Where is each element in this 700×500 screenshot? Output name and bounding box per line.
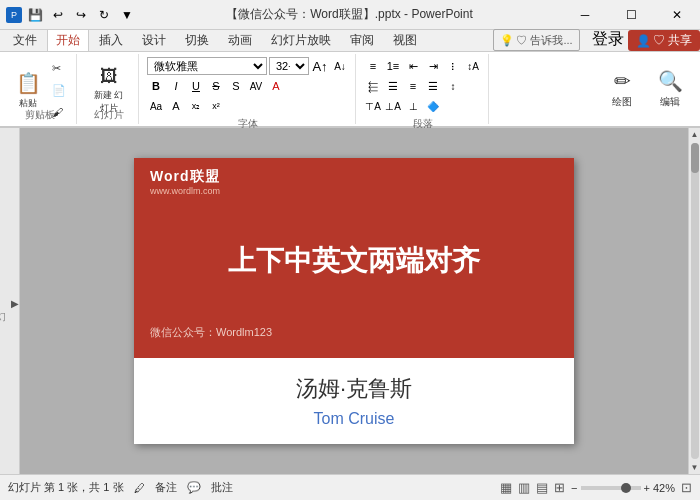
paragraph-row-3: ⊤A ⊥A ⊥ 🔷	[364, 97, 482, 115]
scroll-thumb[interactable]	[691, 143, 699, 173]
slide-name-chinese: 汤姆·克鲁斯	[150, 374, 558, 404]
normal-view-icon[interactable]: ▦	[500, 480, 512, 495]
app-body: ▶ 幻灯片 Word联盟 www.wordlm.com 上下中英文两端对齐 微信…	[0, 128, 700, 474]
minimize-button[interactable]: ─	[562, 0, 608, 30]
scroll-track[interactable]	[691, 143, 699, 459]
share-icon: 👤	[636, 34, 651, 48]
share-button[interactable]: 👤 ♡ 共享	[628, 30, 700, 51]
align-right-button[interactable]: ≡	[404, 77, 422, 95]
tab-file[interactable]: 文件	[4, 29, 46, 51]
window-title: 【微信公众号：Word联盟】.pptx - PowerPoint	[226, 6, 473, 23]
window-controls: ─ ☐ ✕	[562, 0, 700, 30]
bullets-button[interactable]: ≡	[364, 57, 382, 75]
draw-icon: ✏	[614, 69, 631, 93]
undo-button[interactable]: ↩	[48, 5, 68, 25]
status-bar: 幻灯片 第 1 张，共 1 张 🖊 备注 💬 批注 ▦ ▥ ▤ ⊞ − + 42…	[0, 474, 700, 500]
cut-button[interactable]: ✂	[48, 58, 70, 78]
align-center-button[interactable]: ☰	[384, 77, 402, 95]
smartart-button[interactable]: 🔷	[424, 97, 442, 115]
tell-me-input[interactable]: 💡 ♡ 告诉我...	[493, 29, 579, 51]
scroll-down-arrow[interactable]: ▼	[689, 461, 700, 474]
save-button[interactable]: 💾	[25, 5, 45, 25]
comment-label[interactable]: 批注	[211, 480, 233, 495]
decrease-font-button[interactable]: A↓	[331, 57, 349, 75]
copy-button[interactable]: 📄	[48, 80, 70, 100]
title-bar-left: P 💾 ↩ ↪ ↻ ▼	[0, 5, 137, 25]
font-size-select[interactable]: 32+	[269, 57, 309, 75]
zoom-in-icon[interactable]: +	[644, 482, 650, 494]
close-button[interactable]: ✕	[654, 0, 700, 30]
app-icon: P	[6, 7, 22, 23]
text-align-mid-button[interactable]: ⊥A	[384, 97, 402, 115]
line-spacing-button[interactable]: ↕	[444, 77, 462, 95]
new-slide-icon: 🖼	[100, 66, 118, 87]
customize-button[interactable]: ▼	[117, 5, 137, 25]
slide-bottom-section: 汤姆·克鲁斯 Tom Cruise	[134, 358, 574, 444]
zoom-control[interactable]: − + 42%	[571, 482, 675, 494]
text-direction-button[interactable]: ↕A	[464, 57, 482, 75]
slides-panel: ▶ 幻灯片	[0, 128, 20, 474]
reading-view-icon[interactable]: ▤	[536, 480, 548, 495]
notes-label[interactable]: 备注	[155, 480, 177, 495]
strikethrough-button[interactable]: S	[207, 77, 225, 95]
tab-design[interactable]: 设计	[133, 29, 175, 51]
vertical-scrollbar[interactable]: ▲ ▼	[688, 128, 700, 474]
tab-insert[interactable]: 插入	[90, 29, 132, 51]
repeat-button[interactable]: ↻	[94, 5, 114, 25]
clear-format-button[interactable]: Aa	[147, 97, 165, 115]
redo-button[interactable]: ↪	[71, 5, 91, 25]
fit-window-icon[interactable]: ⊡	[681, 480, 692, 495]
notes-icon: 🖊	[134, 482, 145, 494]
increase-indent-button[interactable]: ⇥	[424, 57, 442, 75]
scroll-up-arrow[interactable]: ▲	[689, 128, 700, 141]
slide-sorter-icon[interactable]: ▥	[518, 480, 530, 495]
slideshow-icon[interactable]: ⊞	[554, 480, 565, 495]
tab-transitions[interactable]: 切换	[176, 29, 218, 51]
slide-red-section: Word联盟 www.wordlm.com 上下中英文两端对齐 微信公众号：Wo…	[134, 158, 574, 358]
collapse-arrow[interactable]: ▶	[11, 296, 19, 310]
justify-button[interactable]: ☰	[424, 77, 442, 95]
draw-button[interactable]: ✏ 绘图	[600, 61, 644, 117]
login-button[interactable]: 登录	[588, 28, 628, 51]
text-shadow-button[interactable]: S	[227, 77, 245, 95]
underline-button[interactable]: U	[187, 77, 205, 95]
columns-button[interactable]: ⫶	[444, 57, 462, 75]
paragraph-row-1: ≡ 1≡ ⇤ ⇥ ⫶ ↕A	[364, 57, 482, 75]
text-align-top-button[interactable]: ⊤A	[364, 97, 382, 115]
edit-icon: 🔍	[658, 69, 683, 93]
restore-button[interactable]: ☐	[608, 0, 654, 30]
paste-icon: 📋	[16, 71, 41, 95]
font-color-2-button[interactable]: A	[167, 97, 185, 115]
decrease-indent-button[interactable]: ⇤	[404, 57, 422, 75]
zoom-out-icon[interactable]: −	[571, 482, 577, 494]
increase-font-button[interactable]: A↑	[311, 57, 329, 75]
align-left-button[interactable]: ⬱	[364, 77, 382, 95]
slide-wrapper: Word联盟 www.wordlm.com 上下中英文两端对齐 微信公众号：Wo…	[134, 158, 574, 444]
subscript-button[interactable]: x₂	[187, 97, 205, 115]
font-row-1: 微软雅黑 32+ A↑ A↓	[147, 57, 349, 75]
tab-review[interactable]: 审阅	[341, 29, 383, 51]
tab-home[interactable]: 开始	[47, 29, 89, 51]
zoom-percent-label: 42%	[653, 482, 675, 494]
slide-name-english: Tom Cruise	[150, 410, 558, 428]
italic-button[interactable]: I	[167, 77, 185, 95]
text-align-bot-button[interactable]: ⊥	[404, 97, 422, 115]
font-name-select[interactable]: 微软雅黑	[147, 57, 267, 75]
font-row-2: B I U S S AV A	[147, 77, 349, 95]
slide-logo-text: Word联盟	[150, 168, 558, 186]
paragraph-row-2: ⬱ ☰ ≡ ☰ ↕	[364, 77, 482, 95]
zoom-slider[interactable]	[581, 486, 641, 490]
status-left: 幻灯片 第 1 张，共 1 张 🖊 备注 💬 批注	[8, 480, 233, 495]
superscript-button[interactable]: x²	[207, 97, 225, 115]
slide-canvas-area[interactable]: Word联盟 www.wordlm.com 上下中英文两端对齐 微信公众号：Wo…	[20, 128, 688, 474]
clipboard-label: 剪贴板	[25, 108, 55, 122]
tab-view[interactable]: 视图	[384, 29, 426, 51]
clipboard-group: 📋 粘贴 ✂ 📄 🖌 剪贴板	[4, 54, 77, 124]
numbering-button[interactable]: 1≡	[384, 57, 402, 75]
font-color-button[interactable]: A	[267, 77, 285, 95]
character-spacing-button[interactable]: AV	[247, 77, 265, 95]
edit-button[interactable]: 🔍 编辑	[648, 61, 692, 117]
tab-animations[interactable]: 动画	[219, 29, 261, 51]
tab-slideshow[interactable]: 幻灯片放映	[262, 29, 340, 51]
bold-button[interactable]: B	[147, 77, 165, 95]
